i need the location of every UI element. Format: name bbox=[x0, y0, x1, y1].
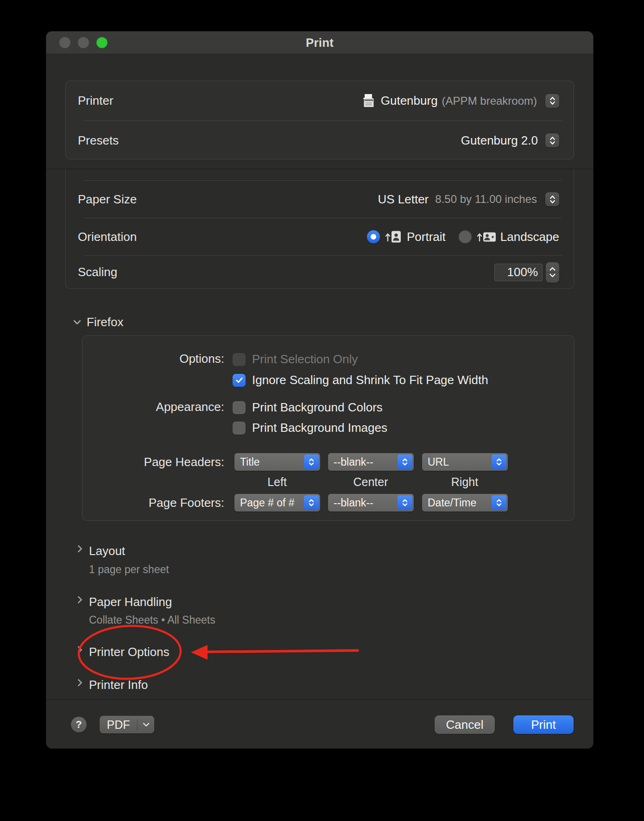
bg-colors-checkbox[interactable] bbox=[233, 401, 246, 414]
cancel-button[interactable]: Cancel bbox=[435, 715, 495, 734]
bg-colors-label: Print Background Colors bbox=[252, 400, 383, 415]
scaling-row: Scaling 100% bbox=[66, 256, 574, 289]
landscape-label[interactable]: Landscape bbox=[500, 230, 559, 244]
section-layout[interactable]: Layout bbox=[89, 544, 125, 558]
firefox-section-title: Firefox bbox=[87, 315, 123, 329]
paper-size-detail: 8.50 by 11.00 inches bbox=[435, 193, 537, 206]
chevron-down-icon bbox=[138, 722, 154, 727]
scaling-stepper[interactable] bbox=[546, 262, 559, 283]
page-footers-label: Page Footers: bbox=[82, 496, 224, 510]
paper-size-row: Paper Size US Letter 8.50 by 11.00 inche… bbox=[66, 181, 574, 218]
bg-colors-option: Print Background Colors bbox=[233, 400, 383, 415]
footer-left-select[interactable]: Page # of # bbox=[234, 494, 320, 512]
presets-popup[interactable]: Gutenburg 2.0 bbox=[461, 133, 559, 148]
select-value: Date/Time bbox=[428, 497, 476, 509]
section-paper-handling-summary: Collate Sheets • All Sheets bbox=[89, 614, 215, 626]
title-bar: Print bbox=[46, 32, 593, 54]
footer-right-select[interactable]: Date/Time bbox=[422, 494, 508, 512]
chevron-up-down-icon bbox=[398, 455, 412, 469]
orientation-controls: Portrait Landscape bbox=[367, 229, 559, 244]
printer-chevron-up-down-icon[interactable] bbox=[545, 94, 559, 108]
printer-name: Gutenburg bbox=[381, 94, 438, 108]
select-value: Page # of # bbox=[240, 497, 295, 509]
footer-separator bbox=[46, 699, 593, 700]
printer-location: (APPM breakroom) bbox=[442, 95, 537, 107]
window-title: Print bbox=[306, 36, 334, 50]
chevron-up-down-icon bbox=[492, 495, 506, 510]
paper-size-chevron-up-down-icon[interactable] bbox=[545, 192, 559, 206]
chevron-down-icon bbox=[73, 320, 81, 325]
minimize-window-button[interactable] bbox=[78, 37, 89, 48]
paper-size-label: Paper Size bbox=[78, 192, 137, 207]
bg-images-option: Print Background Images bbox=[233, 421, 387, 435]
printer-presets-group: Printer Gutenburg (APPM breakroom bbox=[65, 81, 574, 159]
presets-chevron-up-down-icon[interactable] bbox=[545, 133, 559, 147]
section-layout-summary: 1 page per sheet bbox=[89, 563, 169, 576]
print-selection-option: Print Selection Only bbox=[233, 352, 358, 366]
options-label: Options: bbox=[82, 352, 224, 366]
chevron-up-down-icon bbox=[304, 455, 319, 469]
section-title: Printer Options bbox=[89, 645, 169, 659]
print-selection-checkbox[interactable] bbox=[233, 353, 246, 366]
firefox-options-box: Options: Print Selection Only Ignore Sca… bbox=[82, 335, 575, 521]
section-printer-options[interactable]: Printer Options bbox=[89, 645, 169, 659]
chevron-up-down-icon bbox=[304, 495, 319, 510]
scaling-controls: 100% bbox=[494, 262, 559, 283]
printer-popup[interactable]: Gutenburg (APPM breakroom) bbox=[363, 93, 559, 108]
section-title: Paper Handling bbox=[89, 595, 172, 609]
printer-icon bbox=[363, 93, 375, 108]
printer-label: Printer bbox=[78, 94, 114, 108]
ignore-scaling-checkbox[interactable] bbox=[233, 374, 246, 387]
help-button[interactable]: ? bbox=[71, 717, 87, 733]
screenshot-canvas: Print Printer bbox=[0, 0, 644, 821]
traffic-lights bbox=[59, 37, 107, 48]
ignore-scaling-option: Ignore Scaling and Shrink To Fit Page Wi… bbox=[233, 373, 488, 387]
header-right-select[interactable]: URL bbox=[422, 453, 508, 471]
orientation-row: Orientation Portrait bbox=[66, 218, 574, 255]
header-center-select[interactable]: --blank-- bbox=[328, 453, 414, 471]
select-value: --blank-- bbox=[334, 456, 373, 468]
chevron-up-down-icon bbox=[492, 455, 506, 469]
paper-size-value: US Letter bbox=[378, 192, 429, 207]
chevron-right-icon bbox=[77, 596, 82, 604]
scaling-label: Scaling bbox=[78, 265, 117, 279]
select-value: URL bbox=[428, 456, 449, 468]
column-label-center: Center bbox=[353, 475, 388, 489]
chevron-right-icon bbox=[77, 545, 82, 553]
presets-value: Gutenburg 2.0 bbox=[461, 133, 538, 148]
footer-center-select[interactable]: --blank-- bbox=[328, 494, 414, 512]
print-dialog-window: Print Printer bbox=[46, 32, 593, 748]
presets-row: Presets Gutenburg 2.0 bbox=[66, 121, 574, 160]
orientation-label: Orientation bbox=[78, 230, 137, 244]
print-button[interactable]: Print bbox=[513, 715, 574, 734]
portrait-label[interactable]: Portrait bbox=[407, 230, 446, 244]
printer-row: Printer Gutenburg (APPM breakroom bbox=[66, 81, 574, 120]
pdf-menu-button[interactable]: PDF bbox=[100, 716, 154, 733]
bg-images-label: Print Background Images bbox=[252, 421, 387, 435]
landscape-orientation-icon bbox=[476, 229, 497, 244]
print-selection-label: Print Selection Only bbox=[252, 352, 358, 366]
ignore-scaling-label: Ignore Scaling and Shrink To Fit Page Wi… bbox=[252, 373, 488, 387]
pdf-button-label: PDF bbox=[100, 718, 137, 732]
chevron-up-down-icon bbox=[398, 495, 412, 510]
page-headers-label: Page Headers: bbox=[82, 455, 224, 469]
paper-size-popup[interactable]: US Letter 8.50 by 11.00 inches bbox=[378, 192, 559, 207]
page-setup-group: Paper Size US Letter 8.50 by 11.00 inche… bbox=[65, 169, 574, 289]
zoom-window-button[interactable] bbox=[96, 37, 107, 48]
section-printer-info[interactable]: Printer Info bbox=[89, 678, 148, 692]
header-left-select[interactable]: Title bbox=[234, 453, 320, 471]
column-label-right: Right bbox=[451, 475, 478, 489]
scaling-input[interactable]: 100% bbox=[494, 264, 543, 281]
presets-label: Presets bbox=[78, 133, 119, 148]
portrait-orientation-icon bbox=[385, 229, 403, 244]
section-paper-handling[interactable]: Paper Handling bbox=[89, 595, 172, 609]
portrait-radio[interactable] bbox=[367, 230, 380, 243]
firefox-section-header[interactable]: Firefox bbox=[73, 315, 123, 329]
select-value: --blank-- bbox=[334, 497, 373, 509]
landscape-radio[interactable] bbox=[459, 230, 472, 243]
appearance-label: Appearance: bbox=[82, 400, 224, 414]
close-window-button[interactable] bbox=[59, 37, 70, 48]
chevron-right-icon bbox=[77, 679, 82, 687]
chevron-right-icon bbox=[77, 646, 82, 654]
bg-images-checkbox[interactable] bbox=[233, 422, 246, 435]
